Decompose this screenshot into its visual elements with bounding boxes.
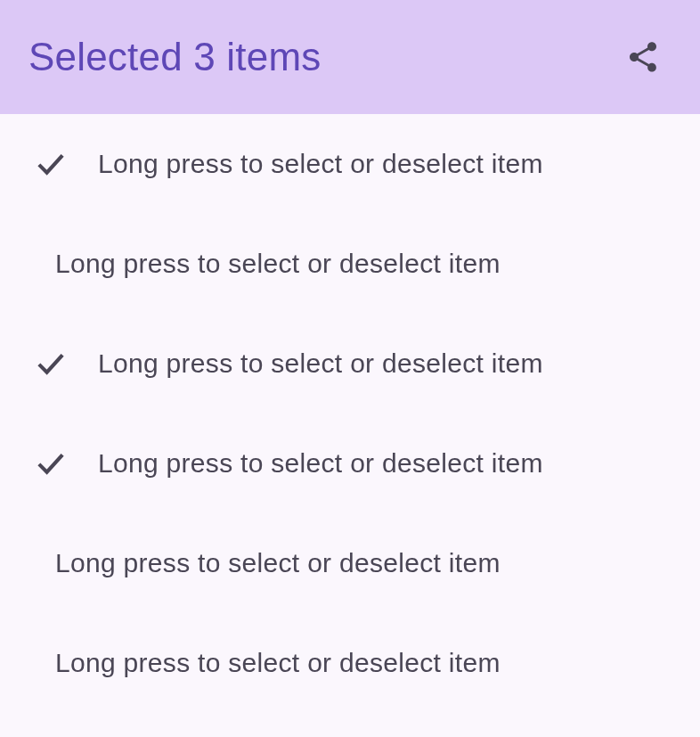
list-item[interactable]: Long press to select or deselect item xyxy=(0,414,700,513)
check-icon xyxy=(32,345,98,382)
list-item[interactable]: Long press to select or deselect item xyxy=(0,114,700,214)
list-item-label: Long press to select or deselect item xyxy=(98,448,543,479)
list-item[interactable]: Long press to select or deselect item xyxy=(0,314,700,414)
item-list: Long press to select or deselect item Lo… xyxy=(0,114,700,713)
list-item[interactable]: Long press to select or deselect item xyxy=(0,214,700,314)
list-item-label: Long press to select or deselect item xyxy=(55,249,501,279)
check-icon xyxy=(32,445,98,482)
list-item-label: Long press to select or deselect item xyxy=(98,149,543,179)
selection-appbar: Selected 3 items xyxy=(0,0,700,114)
list-item-label: Long press to select or deselect item xyxy=(98,348,543,379)
appbar-title: Selected 3 items xyxy=(28,35,321,79)
list-item-label: Long press to select or deselect item xyxy=(55,648,501,678)
list-item[interactable]: Long press to select or deselect item xyxy=(0,513,700,613)
list-item-label: Long press to select or deselect item xyxy=(55,548,501,578)
check-icon xyxy=(32,145,98,183)
share-icon xyxy=(625,39,661,75)
share-button[interactable] xyxy=(618,32,668,82)
list-item[interactable]: Long press to select or deselect item xyxy=(0,613,700,713)
